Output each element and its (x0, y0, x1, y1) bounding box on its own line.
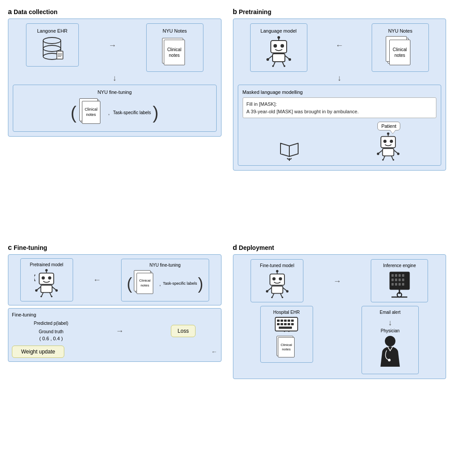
svg-rect-14 (273, 54, 285, 62)
svg-line-37 (391, 156, 393, 160)
comma-a: , (108, 110, 110, 115)
svg-rect-73 (395, 279, 397, 281)
section-d-title: Deployment (239, 244, 274, 251)
svg-rect-77 (395, 283, 397, 286)
svg-line-35 (384, 156, 385, 160)
svg-point-20 (272, 65, 274, 67)
svg-point-41 (45, 269, 48, 271)
svg-line-47 (52, 287, 56, 290)
svg-rect-44 (41, 285, 52, 293)
svg-point-96 (385, 336, 395, 346)
arrow-c-left: ← (93, 275, 101, 285)
section-a-label: a Data collection (8, 8, 221, 16)
svg-rect-86 (284, 320, 287, 322)
loss-box: Loss (171, 325, 195, 337)
paren-open-a: ( (70, 104, 76, 122)
paren-open-c: ( (127, 276, 132, 292)
svg-rect-76 (391, 283, 394, 286)
svg-rect-85 (281, 320, 283, 322)
database-icon (40, 36, 64, 62)
svg-line-17 (285, 56, 289, 59)
masked-lm-label: Masked language modelling (243, 89, 437, 95)
svg-point-32 (377, 152, 380, 155)
clinical-notes-a: Clinical notes (164, 47, 185, 58)
masked-text: Fill in [MASK]: A 39-year-old [MASK] was… (243, 97, 437, 118)
svg-point-28 (384, 140, 387, 143)
svg-line-63 (272, 294, 274, 297)
svg-rect-89 (277, 323, 280, 325)
svg-line-61 (283, 288, 287, 291)
physician-icon (377, 335, 403, 370)
svg-rect-75 (402, 279, 404, 281)
paren-close-a: ) (153, 104, 159, 122)
svg-point-42 (42, 276, 45, 279)
predicted-label: Predicted p(label) (34, 321, 68, 326)
svg-point-12 (273, 44, 277, 48)
hospital-ehr-label: Hospital EHR (273, 310, 300, 315)
panel-c: c Fine-tuning Pretrained model (4, 240, 225, 472)
svg-point-50 (41, 296, 42, 298)
section-a-title: Data collection (14, 8, 58, 15)
svg-rect-70 (399, 274, 401, 277)
section-b-label: b Pretraining (233, 8, 447, 16)
robot-b-icon (266, 36, 292, 67)
section-c-letter: c (8, 244, 12, 252)
svg-point-34 (397, 152, 400, 155)
svg-point-18 (288, 58, 291, 61)
svg-rect-71 (402, 274, 404, 277)
svg-point-11 (277, 36, 280, 39)
ground-truth-label: Ground truth (34, 329, 68, 334)
svg-line-45 (37, 287, 41, 290)
arrow-c-loss: → (116, 327, 124, 336)
section-d-label: d Deployment (233, 244, 447, 252)
panel-a: a Data collection Langone EHR (4, 4, 225, 236)
svg-point-36 (382, 159, 384, 161)
robot-b2-icon (376, 132, 400, 161)
robot-d-icon (265, 270, 289, 298)
arrow-a-down: ↓ (13, 74, 217, 83)
nyu-notes-a-label: NYU Notes (162, 28, 187, 33)
svg-line-33 (394, 150, 398, 153)
finetuned-model-label: Fine-tuned model (260, 263, 294, 268)
svg-point-57 (279, 277, 282, 280)
svg-point-52 (51, 296, 53, 298)
arrow-b-down: ↓ (238, 74, 442, 83)
clinical-notes-a2: Clinicalnotes (85, 107, 97, 117)
arrow-d-down-email: ↓ (388, 318, 392, 327)
svg-point-62 (286, 290, 288, 293)
book-section (278, 139, 300, 161)
pretrained-model-label: Pretrained model (30, 262, 63, 267)
server-icon (385, 270, 414, 298)
svg-point-1 (43, 45, 61, 52)
arrow-c-weight: ← (211, 348, 218, 355)
arrow-a-right: → (108, 41, 116, 50)
svg-rect-78 (399, 283, 401, 286)
svg-rect-92 (288, 323, 290, 325)
svg-point-60 (266, 290, 269, 293)
svg-rect-30 (383, 149, 394, 156)
svg-line-49 (42, 293, 44, 296)
svg-line-31 (379, 150, 383, 153)
svg-line-51 (50, 293, 52, 296)
svg-point-46 (35, 289, 38, 292)
panel-b: b Pretraining Language model (229, 4, 450, 236)
svg-rect-90 (281, 323, 283, 325)
language-model-label: Language model (261, 28, 297, 33)
svg-point-13 (281, 44, 284, 48)
prediction-group: Predicted p(label) Ground truth ( 0.6 , … (34, 321, 68, 341)
panel-d: d Deployment Fine-tuned model (229, 240, 450, 472)
paren-close-c: ) (198, 276, 203, 292)
svg-point-66 (281, 297, 283, 298)
svg-rect-79 (402, 283, 404, 286)
book-icon (278, 139, 300, 161)
svg-line-59 (267, 288, 271, 291)
langone-label: Langone EHR (37, 28, 67, 33)
task-labels-a: Task-specific labels (113, 110, 151, 115)
clinical-notes-d: Clinical notes (278, 343, 295, 352)
keyboard-icon (274, 316, 299, 332)
robot-c-icon (34, 269, 59, 298)
section-a-letter: a (8, 8, 12, 16)
nyu-finetuning-c-label: NYU fine-tuning (125, 263, 205, 268)
svg-line-19 (273, 62, 275, 66)
svg-point-38 (393, 159, 395, 161)
